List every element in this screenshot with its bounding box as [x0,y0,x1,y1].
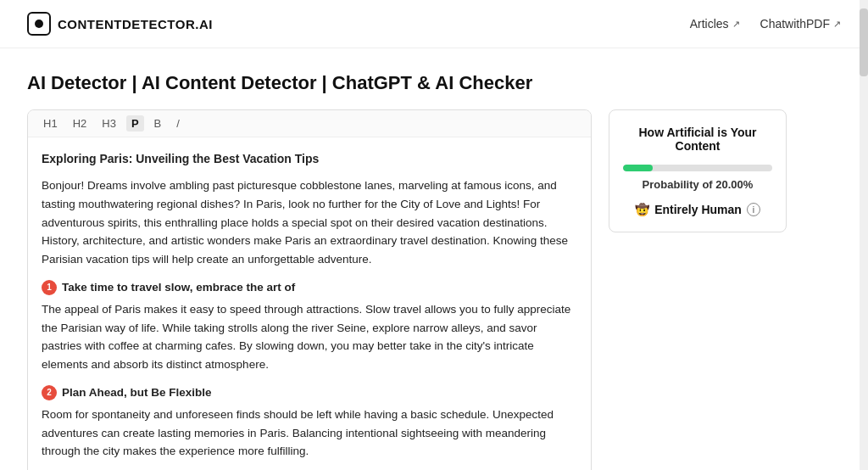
section-1-heading: 1 Take time to travel slow, embrace the … [42,278,577,297]
section-1-body: The appeal of Paris makes it easy to spe… [42,300,577,373]
section-1-title: Take time to travel slow, embrace the ar… [62,278,295,297]
content-layout: H1 H2 H3 P B / Exploring Paris: Unveilin… [27,109,787,470]
probability-label: Probability of 20.00% [623,178,772,191]
chatwithpdf-label: ChatwithPDF [760,17,830,31]
external-link-icon: ↗ [732,19,740,30]
toolbar-h2[interactable]: H2 [68,115,92,131]
navbar: CONTENTDETECTOR.AI Articles ↗ ChatwithPD… [0,0,868,48]
probability-value: 20.00% [715,178,753,191]
scrollbar[interactable] [860,0,868,470]
section-2-heading: 2 Plan Ahead, but Be Flexible [42,383,577,402]
result-emoji: 🤠 [635,203,649,216]
result-panel: How Artificial is Your Content Probabili… [609,109,787,232]
section-2-body: Room for spontaneity and unforeseen find… [42,406,577,461]
result-panel-title: How Artificial is Your Content [623,126,772,153]
intro-paragraph: Bonjour! Dreams involve ambling past pic… [42,176,577,268]
result-label: Entirely Human [654,203,742,216]
editor-toolbar: H1 H2 H3 P B / [28,110,591,137]
section-1-num: 1 [42,280,57,295]
probability-bar-bg [623,165,772,171]
logo-text: CONTENTDETECTOR.AI [58,17,213,31]
section-1: 1 Take time to travel slow, embrace the … [42,278,577,373]
document-title: Exploring Paris: Unveiling the Best Vaca… [42,149,577,168]
section-2: 2 Plan Ahead, but Be Flexible Room for s… [42,383,577,460]
section-2-num: 2 [42,385,57,400]
result-badge: 🤠 Entirely Human i [623,203,772,216]
toolbar-h1[interactable]: H1 [38,115,63,131]
navbar-links: Articles ↗ ChatwithPDF ↗ [690,17,841,31]
toolbar-bold[interactable]: B [149,115,167,131]
toolbar-h3[interactable]: H3 [97,115,121,131]
probability-bar-fill [623,165,653,171]
logo: CONTENTDETECTOR.AI [27,12,213,36]
chatwithpdf-link[interactable]: ChatwithPDF ↗ [760,17,841,31]
toolbar-p[interactable]: P [126,115,144,131]
logo-icon [27,12,51,36]
page-title: AI Detector | AI Content Detector | Chat… [27,72,787,94]
scrollbar-thumb [860,8,868,76]
editor-content[interactable]: Exploring Paris: Unveiling the Best Vaca… [28,137,591,470]
toolbar-italic[interactable]: / [171,115,185,131]
logo-dot [35,20,43,28]
info-icon[interactable]: i [747,203,760,216]
section-2-title: Plan Ahead, but Be Flexible [62,383,212,402]
external-link-icon-2: ↗ [833,19,841,30]
articles-label: Articles [690,17,729,31]
articles-link[interactable]: Articles ↗ [690,17,740,31]
editor-wrapper: H1 H2 H3 P B / Exploring Paris: Unveilin… [27,109,592,470]
main-content: AI Detector | AI Content Detector | Chat… [0,48,814,470]
